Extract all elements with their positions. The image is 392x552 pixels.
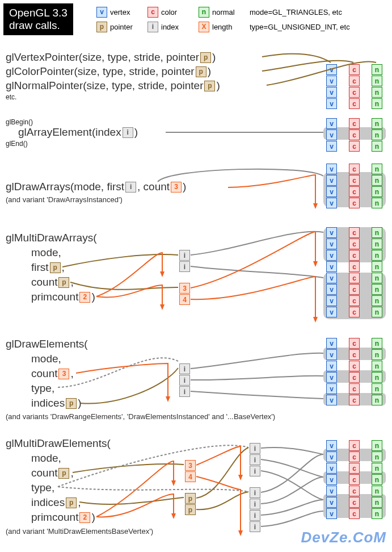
fn-glarrayelement: glArrayElement(indexi) xyxy=(18,126,138,139)
indices-array-5: iii xyxy=(179,363,190,397)
normal-label: normal xyxy=(212,8,235,16)
color-array-5: cccccc xyxy=(349,338,360,405)
length-label: length xyxy=(212,23,232,31)
fn-glmultidrawarrays-open: glMultiDrawArrays( xyxy=(6,232,96,244)
pointer-box: p xyxy=(96,22,107,32)
drawarrays-note: (and variant 'DrawArraysInstanced') xyxy=(6,195,123,204)
pointer-param: p xyxy=(204,81,215,91)
fn-gldrawelements-open: glDrawElements( xyxy=(6,338,88,350)
svg-marker-9 xyxy=(238,530,243,536)
drawelements-note: (and variants 'DrawRangeElements', 'Draw… xyxy=(6,412,275,421)
mde-count: countp, xyxy=(31,467,74,479)
mde-primcount: primcount2) xyxy=(31,511,95,524)
svg-marker-5 xyxy=(166,396,170,402)
mode-label: mode=GL_TRIANGLES, etc xyxy=(250,8,342,16)
count-array-6: 34 xyxy=(185,460,196,482)
vertex-label: vertex xyxy=(110,8,130,16)
color-box: c xyxy=(147,7,158,18)
vertex-array-2: vvv xyxy=(326,118,337,152)
count-param: 3 xyxy=(171,182,182,193)
title-line1: OpenGL 3.3 xyxy=(9,7,68,19)
color-array-6: ccccccc xyxy=(349,440,360,519)
de-count: count3, xyxy=(31,367,74,380)
index-run-6a: iii xyxy=(250,443,260,476)
mde-type: type, xyxy=(31,482,54,494)
pointer-label: pointer xyxy=(110,23,133,31)
normal-box: n xyxy=(199,7,209,18)
normal-array-6: nnnnnnn xyxy=(372,440,382,519)
index-run-6b: iiii xyxy=(250,487,260,532)
vertex-array-4: vvvvvvvv xyxy=(326,227,337,317)
normal-array-5: nnnnnn xyxy=(372,338,382,405)
count-array: 34 xyxy=(179,283,190,305)
svg-marker-0 xyxy=(313,203,318,209)
title-block: OpenGL 3.3 draw calls. xyxy=(3,3,73,35)
svg-marker-4 xyxy=(313,317,318,323)
index-box: i xyxy=(147,22,158,32)
color-array-1: cccc xyxy=(349,64,360,109)
normal-array-2: nnn xyxy=(372,118,382,152)
normal-array-4: nnnnnnnn xyxy=(372,227,382,317)
mde-indices: indicesp, xyxy=(31,496,81,509)
normal-array-3: nnnn xyxy=(372,164,382,208)
glend: glEnd() xyxy=(6,140,28,148)
mda-mode: mode, xyxy=(31,246,61,259)
de-indices: indicesp) xyxy=(31,397,81,409)
mda-count: countp, xyxy=(31,276,74,288)
pointer-param: p xyxy=(200,52,211,63)
fn-glvertexpointer: glVertexPointer(size, type, stride, poin… xyxy=(6,51,216,64)
first-array: ii xyxy=(179,250,190,272)
first-param: i xyxy=(125,182,136,193)
legend: vvertex ccolor nnormal mode=GL_TRIANGLES… xyxy=(96,6,386,35)
type-label: type=GL_UNSIGNED_INT, etc xyxy=(250,23,350,31)
normal-array-1: nnnn xyxy=(372,64,382,109)
fn-gldrawarrays: glDrawArrays(mode, firsti, count3) xyxy=(6,181,186,193)
glbegin: glBegin() xyxy=(6,118,33,126)
indices-ptr-6: pp xyxy=(185,493,196,515)
color-array-3: cccc xyxy=(349,164,360,208)
svg-marker-2 xyxy=(160,304,165,310)
mde-note: (and variant 'MultiDrawElementsBaseVerte… xyxy=(6,527,153,536)
pointer-param: p xyxy=(196,66,206,77)
de-type: type, xyxy=(31,382,54,395)
color-array-4: cccccccc xyxy=(349,227,360,317)
svg-marker-7 xyxy=(171,513,176,519)
vertex-box: v xyxy=(96,7,107,18)
vertex-array-5: vvvvvv xyxy=(326,338,337,405)
watermark: DevZe.CoM xyxy=(301,529,386,546)
length-box: X xyxy=(199,22,209,32)
svg-marker-3 xyxy=(313,261,318,267)
svg-marker-6 xyxy=(171,480,176,486)
svg-marker-1 xyxy=(160,271,165,277)
mda-first: firstp, xyxy=(31,261,65,274)
index-label: index xyxy=(161,23,179,31)
de-mode: mode, xyxy=(31,353,61,365)
mde-mode: mode, xyxy=(31,452,61,465)
title-line2: draw calls. xyxy=(9,19,60,31)
vertex-array-1: vvvv xyxy=(326,64,337,109)
vertex-array-3: vvvv xyxy=(326,164,337,208)
mda-primcount: primcount2) xyxy=(31,291,95,303)
vertex-array-6: vvvvvvv xyxy=(326,440,337,519)
svg-marker-8 xyxy=(238,475,243,480)
fn-glnormalpointer: glNormalPointer(size, type, stride, poin… xyxy=(6,80,220,92)
fn-glmultidrawelements-open: glMultiDrawElements( xyxy=(6,437,111,450)
fn-glcolorpointer: glColorPointer(size, type, stride, point… xyxy=(6,65,211,78)
index-param: i xyxy=(123,127,133,138)
color-label: color xyxy=(161,8,177,16)
color-array-2: ccc xyxy=(349,118,360,152)
etc-label: etc. xyxy=(6,93,16,101)
